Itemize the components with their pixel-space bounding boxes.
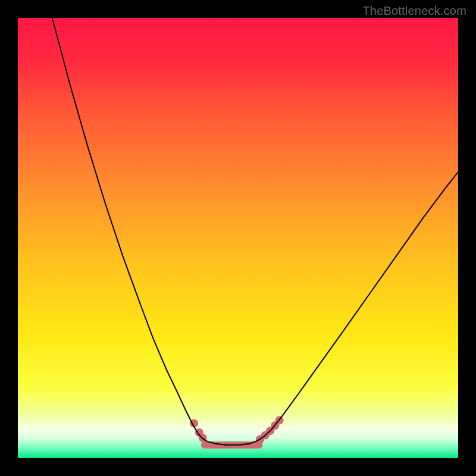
plot-frame xyxy=(18,18,458,458)
gradient-background xyxy=(18,18,458,458)
watermark-text: TheBottleneck.com xyxy=(362,4,466,18)
bottleneck-curve-plot xyxy=(18,18,458,458)
